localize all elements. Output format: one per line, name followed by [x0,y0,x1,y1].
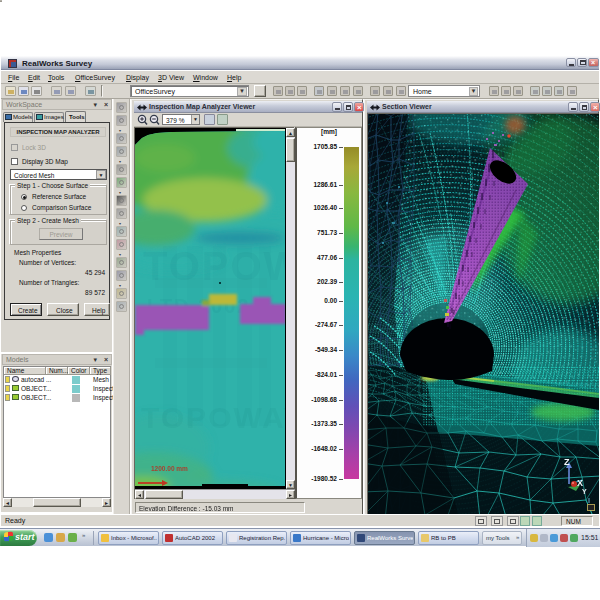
svg-text:1200.00 mm: 1200.00 mm [151,465,188,472]
svg-text:X: X [577,478,583,488]
svg-text:Y: Y [582,488,587,495]
svg-text:Z: Z [564,457,570,467]
